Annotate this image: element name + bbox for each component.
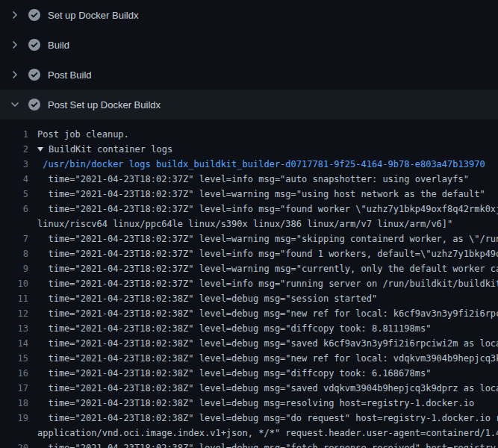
log-line: 12 time="2021-04-23T18:02:38Z" level=deb… xyxy=(0,306,498,321)
log-line: 20 time="2021-04-23T18:02:38Z" level=deb… xyxy=(0,441,498,448)
chevron-down-icon xyxy=(9,99,21,111)
log-line-text: time="2021-04-23T18:02:37Z" level=info m… xyxy=(37,276,498,291)
log-line-text: time="2021-04-23T18:02:38Z" level=debug … xyxy=(37,291,377,306)
step-header-post-set-up-docker-buildx[interactable]: Post Set up Docker Buildx xyxy=(0,90,498,119)
log-line-text: time="2021-04-23T18:02:38Z" level=debug … xyxy=(37,441,498,448)
check-circle-icon xyxy=(28,39,40,51)
log-line-number[interactable]: 8 xyxy=(0,246,37,261)
triangle-down-icon xyxy=(37,147,43,152)
log-line-text: Post job cleanup. xyxy=(37,127,129,142)
log-line: 17 time="2021-04-23T18:02:38Z" level=deb… xyxy=(0,381,498,396)
log-line: 16 time="2021-04-23T18:02:38Z" level=deb… xyxy=(0,366,498,381)
check-circle-icon xyxy=(28,69,40,81)
log-line: 5 time="2021-04-23T18:02:37Z" level=warn… xyxy=(0,187,498,202)
step-header-post-build[interactable]: Post Build xyxy=(0,60,498,90)
log-line-number[interactable]: 7 xyxy=(0,231,37,246)
log-line-text: application/vnd.oci.image.index.v1+json,… xyxy=(37,426,498,441)
step-list: Set up Docker Buildx Build Post Build Po… xyxy=(0,0,498,119)
log-line-number[interactable]: 15 xyxy=(0,351,37,366)
log-line-text: time="2021-04-23T18:02:38Z" level=debug … xyxy=(37,336,498,351)
log-line-text: time="2021-04-23T18:02:37Z" level=info m… xyxy=(37,172,469,187)
log-line: 1 Post job cleanup. xyxy=(0,127,498,142)
log-line-number[interactable]: 14 xyxy=(0,336,37,351)
log-line-number[interactable]: 12 xyxy=(0,306,37,321)
log-line-text: time="2021-04-23T18:02:37Z" level=info m… xyxy=(37,202,498,217)
log-line-number[interactable]: 18 xyxy=(0,396,37,411)
log-line-text: time="2021-04-23T18:02:37Z" level=warnin… xyxy=(37,187,485,202)
log-group-header[interactable]: BuildKit container logs xyxy=(37,142,172,157)
log-line-text: time="2021-04-23T18:02:38Z" level=debug … xyxy=(37,351,498,366)
step-label: Post Set up Docker Buildx xyxy=(48,99,161,111)
log-line-text: time="2021-04-23T18:02:38Z" level=debug … xyxy=(37,381,498,396)
chevron-right-icon xyxy=(9,39,21,51)
step-header-build[interactable]: Build xyxy=(0,30,498,60)
log-line: 10 time="2021-04-23T18:02:37Z" level=inf… xyxy=(0,276,498,291)
log-command-text: /usr/bin/docker logs buildx_buildkit_bui… xyxy=(37,157,485,172)
log-line-number[interactable]: 4 xyxy=(0,172,37,187)
step-label: Build xyxy=(48,40,69,51)
log-line-number[interactable]: 19 xyxy=(0,411,37,426)
log-line: 9 time="2021-04-23T18:02:37Z" level=warn… xyxy=(0,261,498,276)
log-line: 8 time="2021-04-23T18:02:37Z" level=info… xyxy=(0,246,498,261)
log-line: 7 time="2021-04-23T18:02:37Z" level=warn… xyxy=(0,231,498,246)
step-label: Post Build xyxy=(48,69,92,81)
log-line-text: time="2021-04-23T18:02:38Z" level=debug … xyxy=(37,411,498,426)
log-line-number[interactable]: 9 xyxy=(0,261,37,276)
log-line: 19 time="2021-04-23T18:02:38Z" level=deb… xyxy=(0,411,498,426)
log-group-label: BuildKit container logs xyxy=(49,144,172,155)
chevron-right-icon xyxy=(9,69,21,81)
log-line: 11 time="2021-04-23T18:02:38Z" level=deb… xyxy=(0,291,498,306)
log-line-wrap-continuation: linux/riscv64 linux/ppc64le linux/s390x … xyxy=(0,217,498,231)
log-line-number[interactable]: 13 xyxy=(0,321,37,336)
log-line-text: time="2021-04-23T18:02:38Z" level=debug … xyxy=(37,366,431,381)
log-line-group[interactable]: 2 BuildKit container logs xyxy=(0,142,498,157)
log-line-text: time="2021-04-23T18:02:37Z" level=warnin… xyxy=(37,261,498,276)
step-label: Set up Docker Buildx xyxy=(48,10,138,21)
log-line-number[interactable]: 10 xyxy=(0,276,37,291)
log-line-number[interactable]: 20 xyxy=(0,441,37,448)
log-line-text: time="2021-04-23T18:02:38Z" level=debug … xyxy=(37,306,498,321)
log-line: 18 time="2021-04-23T18:02:38Z" level=deb… xyxy=(0,396,498,411)
log-line-number[interactable]: 16 xyxy=(0,366,37,381)
log-area: 1 Post job cleanup. 2 BuildKit container… xyxy=(0,119,498,448)
log-line-text: time="2021-04-23T18:02:37Z" level=warnin… xyxy=(37,231,498,246)
log-line-number[interactable]: 6 xyxy=(0,202,37,217)
log-line: 4 time="2021-04-23T18:02:37Z" level=info… xyxy=(0,172,498,187)
log-line: 14 time="2021-04-23T18:02:38Z" level=deb… xyxy=(0,336,498,351)
log-line-text: time="2021-04-23T18:02:38Z" level=debug … xyxy=(37,396,474,411)
log-line: 6 time="2021-04-23T18:02:37Z" level=info… xyxy=(0,202,498,217)
step-header-set-up-docker-buildx[interactable]: Set up Docker Buildx xyxy=(0,0,498,30)
log-line-wrap-continuation: application/vnd.oci.image.index.v1+json,… xyxy=(0,426,498,441)
log-line-number[interactable]: 5 xyxy=(0,187,37,202)
log-line: 3 /usr/bin/docker logs buildx_buildkit_b… xyxy=(0,157,498,172)
check-circle-icon xyxy=(28,9,40,21)
log-line-number[interactable]: 17 xyxy=(0,381,37,396)
check-circle-icon xyxy=(28,99,40,111)
log-line-number[interactable]: 1 xyxy=(0,127,37,142)
log-line-number[interactable]: 3 xyxy=(0,157,37,172)
log-line: 13 time="2021-04-23T18:02:38Z" level=deb… xyxy=(0,321,498,336)
log-line-text: time="2021-04-23T18:02:37Z" level=info m… xyxy=(37,246,498,261)
log-line-number[interactable]: 11 xyxy=(0,291,37,306)
chevron-right-icon xyxy=(9,9,21,21)
log-line-text: linux/riscv64 linux/ppc64le linux/s390x … xyxy=(37,217,452,231)
log-line-number[interactable]: 2 xyxy=(0,142,37,157)
log-line: 15 time="2021-04-23T18:02:38Z" level=deb… xyxy=(0,351,498,366)
log-line-text: time="2021-04-23T18:02:38Z" level=debug … xyxy=(37,321,431,336)
